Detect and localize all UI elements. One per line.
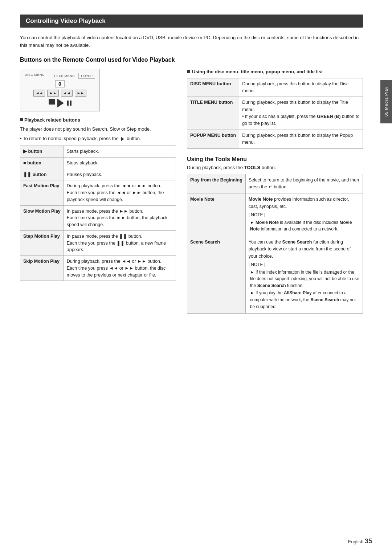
side-tab-label: 05 Media Play bbox=[384, 87, 388, 117]
button-desc-cell: Pauses playback. bbox=[64, 169, 176, 180]
playback-heading-text: Playback related buttons bbox=[24, 117, 80, 123]
page-number: 35 bbox=[365, 537, 372, 545]
back-btn[interactable]: ◄◄ bbox=[61, 90, 73, 97]
disc-menu-heading: Using the disc menu, title menu, popup m… bbox=[187, 69, 363, 74]
transport-row-2 bbox=[25, 99, 95, 107]
table-row: Skip Motion PlayDuring playback, press t… bbox=[20, 256, 176, 281]
tool-desc-cell: Select to return to the beginning of the… bbox=[245, 174, 363, 193]
playback-return-note: • To return to normal speed playback, pr… bbox=[20, 135, 176, 143]
disc-menu-table: DISC MENU buttonDuring playback, press t… bbox=[187, 78, 363, 149]
table-row: ❚❚ buttonPauses playback. bbox=[20, 169, 176, 180]
table-row: Movie NoteMovie Note provides informatio… bbox=[187, 193, 363, 236]
section-header: Controlling Video Playback bbox=[20, 15, 363, 28]
disc-desc-cell: During playback, press this button to di… bbox=[239, 130, 363, 148]
tool-label-cell: Scene Search bbox=[187, 236, 246, 313]
tools-section: Using the Tools Menu During playback, pr… bbox=[187, 156, 363, 314]
table-row: POPUP MENU buttonDuring playback, press … bbox=[187, 130, 363, 148]
title-popup-group: TITLE MENU POPUP bbox=[53, 73, 95, 79]
transport-row-1: ◄◄ ►► ◄◄ ►► bbox=[25, 90, 95, 97]
fwd-btn[interactable]: ►► bbox=[47, 90, 59, 97]
disc-label-cell: POPUP MENU button bbox=[187, 130, 239, 148]
button-label-cell: Step Motion Play bbox=[20, 230, 64, 255]
tools-table: Play from the BeginningSelect to return … bbox=[187, 174, 363, 314]
right-column: Using the disc menu, title menu, popup m… bbox=[187, 69, 363, 314]
playback-heading: Playback related buttons bbox=[20, 117, 176, 123]
bullet-icon bbox=[20, 118, 23, 121]
button-label-cell: ■ button bbox=[20, 157, 64, 169]
rew-btn[interactable]: ◄◄ bbox=[33, 90, 45, 97]
pause-button-icon[interactable] bbox=[67, 99, 72, 107]
zero-button[interactable]: 0 bbox=[55, 80, 65, 87]
title-menu-label: TITLE MENU bbox=[53, 74, 75, 78]
playback-note2-end: button. bbox=[127, 136, 141, 141]
button-desc-cell: During playback, press the ◄◄ or ►► butt… bbox=[64, 256, 176, 281]
button-label-cell: Fast Motion Play bbox=[20, 180, 64, 205]
disc-label-cell: TITLE MENU button bbox=[187, 97, 239, 130]
button-desc-cell: Starts playback. bbox=[64, 146, 176, 158]
popup-box: POPUP bbox=[78, 73, 95, 79]
playback-note: The player does not play sound in Search… bbox=[20, 126, 176, 133]
disc-desc-cell: During playback, press this button to di… bbox=[239, 97, 363, 130]
button-label-cell: Slow Motion Play bbox=[20, 205, 64, 230]
disc-menu-label: DISC MENU bbox=[25, 73, 45, 79]
skip-btn[interactable]: ►► bbox=[75, 90, 86, 97]
button-label-cell: ❚❚ button bbox=[20, 169, 64, 180]
button-desc-cell: In pause mode, press the ❚❚ button. Each… bbox=[64, 230, 176, 255]
footer-label: English bbox=[348, 539, 364, 544]
content-area: Controlling Video Playback You can contr… bbox=[20, 15, 377, 314]
playback-note2-text: To return to normal speed playback, pres… bbox=[23, 136, 119, 141]
page-wrapper: 05 Media Play Controlling Video Playback… bbox=[0, 0, 392, 556]
page-footer: English 35 bbox=[348, 537, 372, 545]
tool-desc-cell: You can use the Scene Search function du… bbox=[245, 236, 363, 313]
buttons-table: ▶ buttonStarts playback.■ buttonStops pl… bbox=[20, 146, 176, 281]
tools-title: Using the Tools Menu bbox=[187, 156, 363, 163]
buttons-section-title: Buttons on the Remote Control used for V… bbox=[20, 57, 363, 63]
button-label-cell: ▶ button bbox=[20, 146, 64, 158]
tool-label-cell: Movie Note bbox=[187, 193, 246, 236]
button-desc-cell: During playback, press the ◄◄ or ►► butt… bbox=[64, 180, 176, 205]
remote-num-row: 0 bbox=[25, 80, 95, 87]
table-row: Slow Motion PlayIn pause mode, press the… bbox=[20, 205, 176, 230]
table-row: ■ buttonStops playback. bbox=[20, 157, 176, 169]
tool-desc-cell: Movie Note provides information such as … bbox=[245, 193, 363, 236]
play-button-icon[interactable] bbox=[57, 99, 65, 107]
intro-text: You can control the playback of video co… bbox=[20, 34, 363, 49]
remote-diagram: DISC MENU TITLE MENU POPUP 0 ◄◄ ►► bbox=[20, 69, 100, 111]
two-col-layout: DISC MENU TITLE MENU POPUP 0 ◄◄ ►► bbox=[20, 69, 363, 314]
button-desc-cell: In pause mode, press the ►► button. Each… bbox=[64, 205, 176, 230]
tools-intro: During playback, press the TOOLS button. bbox=[187, 165, 363, 170]
pause-bar-left bbox=[67, 101, 69, 106]
disc-label-cell: DISC MENU button bbox=[187, 78, 239, 97]
table-row: DISC MENU buttonDuring playback, press t… bbox=[187, 78, 363, 97]
tool-label-cell: Play from the Beginning bbox=[187, 174, 246, 193]
table-row: Fast Motion PlayDuring playback, press t… bbox=[20, 180, 176, 205]
left-column: DISC MENU TITLE MENU POPUP 0 ◄◄ ►► bbox=[20, 69, 176, 314]
remote-illustration: DISC MENU TITLE MENU POPUP 0 ◄◄ ►► bbox=[20, 69, 103, 111]
remote-top-row: DISC MENU TITLE MENU POPUP bbox=[25, 73, 95, 79]
table-row: Play from the BeginningSelect to return … bbox=[187, 174, 363, 193]
stop-button-icon[interactable] bbox=[49, 99, 55, 105]
disc-desc-cell: During playback, press this button to di… bbox=[239, 78, 363, 97]
side-tab: 05 Media Play bbox=[380, 80, 392, 123]
pause-bar-right bbox=[70, 101, 72, 106]
disc-menu-bullet bbox=[187, 70, 190, 73]
disc-menu-heading-text: Using the disc menu, title menu, popup m… bbox=[192, 69, 323, 74]
button-desc-cell: Stops playback. bbox=[64, 157, 176, 169]
table-row: ▶ buttonStarts playback. bbox=[20, 146, 176, 158]
page-title: Controlling Video Playback bbox=[26, 17, 106, 24]
button-label-cell: Skip Motion Play bbox=[20, 256, 64, 281]
table-row: Step Motion PlayIn pause mode, press the… bbox=[20, 230, 176, 255]
table-row: Scene SearchYou can use the Scene Search… bbox=[187, 236, 363, 313]
table-row: TITLE MENU buttonDuring playback, press … bbox=[187, 97, 363, 130]
play-icon-small bbox=[121, 137, 124, 141]
